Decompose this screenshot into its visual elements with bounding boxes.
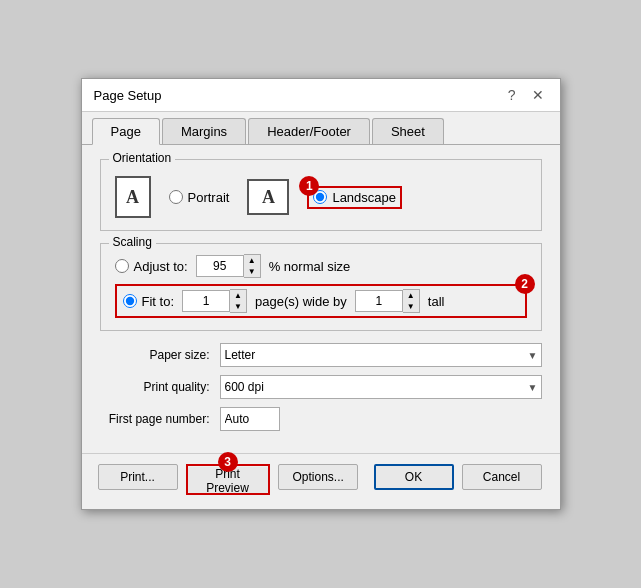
adjust-to-input[interactable] <box>196 255 244 277</box>
page-setup-dialog: Page Setup ? ✕ Page Margins Header/Foote… <box>81 78 561 510</box>
annotation-2: 2 <box>515 274 535 294</box>
print-quality-select-wrapper: 600 dpi 300 dpi 150 dpi ▼ <box>220 375 542 399</box>
fit-wide-spinner-buttons: ▲ ▼ <box>230 289 247 313</box>
dialog-title: Page Setup <box>94 88 162 103</box>
first-page-input[interactable] <box>220 407 280 431</box>
annotation-1: 1 <box>299 176 319 196</box>
print-quality-label: Print quality: <box>100 380 210 394</box>
paper-size-select[interactable]: Letter Legal A4 A3 <box>220 343 542 367</box>
fit-to-label: Fit to: <box>142 294 175 309</box>
fit-wide-spinner: ▲ ▼ <box>182 289 247 313</box>
adjust-to-spinner: ▲ ▼ <box>196 254 261 278</box>
tab-page[interactable]: Page <box>92 118 160 145</box>
tab-margins[interactable]: Margins <box>162 118 246 144</box>
adjust-to-suffix: % normal size <box>269 259 351 274</box>
landscape-icon: A <box>247 179 289 215</box>
portrait-radio[interactable] <box>169 190 183 204</box>
fit-tall-up[interactable]: ▲ <box>403 290 419 301</box>
first-page-label: First page number: <box>100 412 210 426</box>
orientation-row: A Portrait A 1 Landscape <box>115 170 527 218</box>
fit-tall-suffix: tall <box>428 294 445 309</box>
ok-button[interactable]: OK <box>374 464 454 490</box>
fit-tall-spinner-buttons: ▲ ▼ <box>403 289 420 313</box>
cancel-button[interactable]: Cancel <box>462 464 542 490</box>
fit-to-option[interactable]: Fit to: <box>123 294 175 309</box>
adjust-to-label: Adjust to: <box>134 259 188 274</box>
landscape-box: 1 Landscape <box>307 186 402 209</box>
tab-header-footer[interactable]: Header/Footer <box>248 118 370 144</box>
help-button[interactable]: ? <box>504 87 520 103</box>
fit-to-box: 2 Fit to: ▲ ▼ page(s) wide by <box>115 284 527 318</box>
paper-size-row: Paper size: Letter Legal A4 A3 ▼ <box>100 343 542 367</box>
print-preview-wrapper: 3 Print Preview <box>186 464 270 495</box>
tabs-bar: Page Margins Header/Footer Sheet <box>82 112 560 145</box>
fit-tall-spinner: ▲ ▼ <box>355 289 420 313</box>
print-quality-select[interactable]: 600 dpi 300 dpi 150 dpi <box>220 375 542 399</box>
print-button[interactable]: Print... <box>98 464 178 490</box>
print-quality-row: Print quality: 600 dpi 300 dpi 150 dpi ▼ <box>100 375 542 399</box>
annotation-3: 3 <box>218 452 238 472</box>
adjust-to-up[interactable]: ▲ <box>244 255 260 266</box>
fit-wide-up[interactable]: ▲ <box>230 290 246 301</box>
orientation-section: Orientation A Portrait A 1 <box>100 159 542 231</box>
adjust-to-option[interactable]: Adjust to: <box>115 259 188 274</box>
title-bar: Page Setup ? ✕ <box>82 79 560 112</box>
portrait-label: Portrait <box>188 190 230 205</box>
button-row: Print... 3 Print Preview Options... OK C… <box>82 453 560 509</box>
fit-wide-suffix: page(s) wide by <box>255 294 347 309</box>
fit-wide-down[interactable]: ▼ <box>230 301 246 312</box>
paper-size-label: Paper size: <box>100 348 210 362</box>
orientation-title: Orientation <box>109 151 176 165</box>
adjust-to-row: Adjust to: ▲ ▼ % normal size <box>115 254 527 278</box>
options-button[interactable]: Options... <box>278 464 358 490</box>
close-button[interactable]: ✕ <box>528 87 548 103</box>
landscape-option[interactable]: Landscape <box>313 190 396 205</box>
adjust-to-down[interactable]: ▼ <box>244 266 260 277</box>
portrait-option[interactable]: Portrait <box>169 190 230 205</box>
fit-tall-down[interactable]: ▼ <box>403 301 419 312</box>
fit-tall-input[interactable] <box>355 290 403 312</box>
adjust-to-spinner-buttons: ▲ ▼ <box>244 254 261 278</box>
fit-wide-input[interactable] <box>182 290 230 312</box>
landscape-label: Landscape <box>332 190 396 205</box>
scaling-section: Scaling Adjust to: ▲ ▼ % normal size <box>100 243 542 331</box>
paper-size-select-wrapper: Letter Legal A4 A3 ▼ <box>220 343 542 367</box>
tab-sheet[interactable]: Sheet <box>372 118 444 144</box>
portrait-icon: A <box>115 176 151 218</box>
fit-to-radio[interactable] <box>123 294 137 308</box>
adjust-to-radio[interactable] <box>115 259 129 273</box>
scaling-title: Scaling <box>109 235 156 249</box>
title-bar-buttons: ? ✕ <box>504 87 548 103</box>
first-page-row: First page number: <box>100 407 542 431</box>
dialog-content: Orientation A Portrait A 1 <box>82 145 560 453</box>
